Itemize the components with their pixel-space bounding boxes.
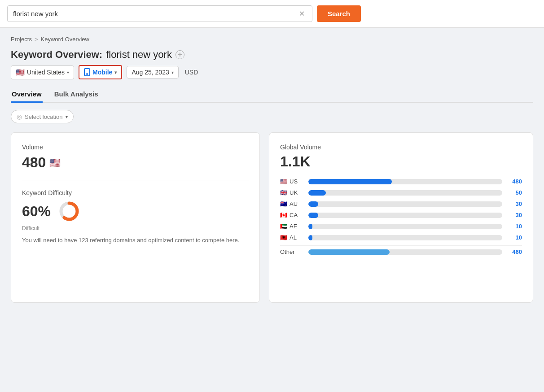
bar-fill (308, 190, 326, 196)
country-filter[interactable]: 🇺🇸 United States ▾ (11, 65, 74, 79)
other-country-label: Other (280, 248, 305, 255)
country-code: UK (290, 189, 298, 196)
kd-donut-chart (58, 200, 80, 222)
location-selector[interactable]: ◎ Select location ▾ (11, 110, 74, 123)
search-input[interactable] (13, 10, 297, 17)
bar-country-label: 🇺🇸 US (280, 178, 305, 185)
breadcrumb: Projects > Keyword Overview (11, 36, 533, 43)
country-flag-icon: 🇦🇪 (280, 223, 287, 230)
other-bar-count: 460 (506, 248, 522, 255)
bar-count: 30 (506, 212, 522, 218)
other-divider (280, 245, 522, 246)
country-flag-icon: 🇨🇦 (280, 212, 287, 218)
filters-row: 🇺🇸 United States ▾ Mobile ▾ Aug 25, 2023… (11, 65, 533, 79)
country-flag: 🇺🇸 (16, 68, 25, 77)
volume-label: Volume (22, 144, 249, 151)
bar-fill (308, 179, 392, 184)
country-code: AE (290, 223, 297, 230)
country-bars: 🇺🇸 US 480 🇬🇧 UK 50 🇦🇺 AU (280, 178, 522, 241)
kd-label: Keyword Difficulty (22, 189, 249, 196)
page-title: Keyword Overview: florist new york + (11, 49, 533, 61)
breadcrumb-projects[interactable]: Projects (11, 36, 32, 43)
mobile-device-icon (84, 68, 90, 76)
bar-row: 🇬🇧 UK 50 (280, 189, 522, 196)
device-chevron-icon: ▾ (114, 70, 117, 75)
bar-count: 30 (506, 200, 522, 207)
date-filter[interactable]: Aug 25, 2023 ▾ (127, 66, 178, 78)
search-bar: ✕ Search (0, 0, 544, 28)
country-code: AU (290, 200, 298, 207)
bar-country-label: 🇦🇪 AE (280, 223, 305, 230)
other-bar-fill (308, 249, 390, 255)
bar-country-label: 🇬🇧 UK (280, 189, 305, 196)
bar-count: 480 (506, 178, 522, 185)
country-code: AL (290, 234, 297, 241)
country-flag-icon: 🇬🇧 (280, 189, 287, 196)
kd-description: You will need to have 123 referring doma… (22, 236, 249, 245)
bar-row: 🇦🇪 AE 10 (280, 223, 522, 230)
bar-fill (308, 224, 312, 229)
kd-row: 60% (22, 200, 249, 222)
country-flag-icon: 🇦🇱 (280, 234, 287, 241)
bar-row: 🇺🇸 US 480 (280, 178, 522, 185)
page-title-prefix: Keyword Overview: (11, 49, 102, 61)
tab-overview[interactable]: Overview (11, 87, 43, 103)
bar-track (308, 190, 502, 196)
bar-count: 50 (506, 189, 522, 196)
bar-row: 🇨🇦 CA 30 (280, 212, 522, 218)
global-volume-card: Global Volume 1.1K 🇺🇸 US 480 🇬🇧 UK 50 (269, 132, 533, 303)
country-flag-icon: 🇺🇸 (280, 178, 287, 185)
bar-count: 10 (506, 234, 522, 241)
other-bar-track (308, 249, 502, 255)
global-volume-value: 1.1K (280, 153, 522, 170)
bar-country-label: 🇦🇱 AL (280, 234, 305, 241)
bar-track (308, 224, 502, 229)
breadcrumb-current: Keyword Overview (41, 36, 89, 43)
bar-country-label: 🇦🇺 AU (280, 200, 305, 207)
page-title-keyword: florist new york (106, 49, 172, 61)
bar-track (308, 179, 502, 184)
bar-row: 🇦🇱 AL 10 (280, 234, 522, 241)
bar-fill (308, 201, 318, 207)
bar-track (308, 213, 502, 218)
bar-fill (308, 235, 312, 240)
country-code: CA (290, 212, 298, 218)
search-button[interactable]: Search (317, 5, 361, 22)
tab-bulk-analysis[interactable]: Bulk Analysis (53, 87, 99, 103)
other-label: Other (280, 248, 295, 255)
us-flag-icon: 🇺🇸 (49, 157, 61, 168)
country-flag-icon: 🇦🇺 (280, 200, 287, 207)
country-code: US (290, 178, 298, 185)
bar-track (308, 235, 502, 240)
bar-count: 10 (506, 223, 522, 230)
other-bar-row: Other 460 (280, 248, 522, 255)
volume-card: Volume 480 🇺🇸 Keyword Difficulty 60% Dif… (11, 132, 260, 303)
location-placeholder: Select location (25, 113, 63, 120)
kd-value: 60% (22, 203, 51, 220)
currency-label: USD (183, 66, 200, 78)
location-pin-icon: ◎ (17, 113, 22, 120)
add-keyword-icon[interactable]: + (175, 50, 184, 59)
kd-difficulty-label: Difficult (22, 225, 249, 231)
volume-value: 480 🇺🇸 (22, 154, 249, 171)
card-divider (22, 180, 249, 180)
country-chevron-icon: ▾ (67, 70, 69, 75)
main-content: Projects > Keyword Overview Keyword Over… (0, 28, 544, 391)
search-input-wrap: ✕ (7, 5, 312, 22)
bar-country-label: 🇨🇦 CA (280, 212, 305, 218)
global-volume-label: Global Volume (280, 144, 522, 151)
device-label: Mobile (92, 69, 112, 76)
clear-button[interactable]: ✕ (297, 9, 307, 18)
bar-fill (308, 213, 318, 218)
location-chevron-icon: ▾ (66, 114, 68, 119)
bar-track (308, 201, 502, 207)
bar-row: 🇦🇺 AU 30 (280, 200, 522, 207)
breadcrumb-separator: > (35, 36, 38, 43)
date-label: Aug 25, 2023 (132, 69, 169, 76)
tabs-row: Overview Bulk Analysis (11, 87, 533, 103)
country-label: United States (27, 69, 65, 76)
date-chevron-icon: ▾ (171, 70, 174, 75)
device-filter[interactable]: Mobile ▾ (79, 65, 122, 79)
cards-row: Volume 480 🇺🇸 Keyword Difficulty 60% Dif… (11, 132, 533, 303)
